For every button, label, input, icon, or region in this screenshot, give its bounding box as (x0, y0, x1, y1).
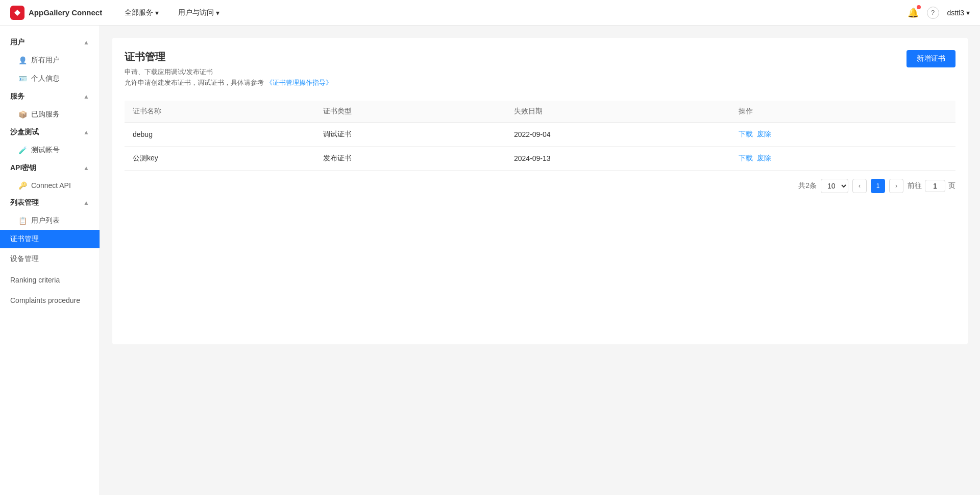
sidebar-section-list-management-label: 列表管理 (10, 198, 39, 207)
sidebar-item-cert-management[interactable]: 证书管理 (0, 230, 100, 248)
sidebar-item-personal-info-label: 个人信息 (31, 74, 60, 83)
sidebar-section-services-label: 服务 (10, 92, 24, 101)
new-cert-button[interactable]: 新增证书 (906, 50, 955, 67)
logo-icon (10, 6, 24, 20)
action-废除[interactable]: 废除 (757, 154, 771, 162)
cell-expire: 2022-09-04 (506, 122, 730, 146)
sidebar-item-all-users[interactable]: 👤 所有用户 (0, 51, 100, 69)
nav-all-services-arrow: ▾ (155, 9, 159, 17)
sidebar-section-users[interactable]: 用户 ▲ (0, 34, 100, 51)
cell-actions: 下载废除 (730, 146, 955, 170)
sidebar-item-test-account-label: 测试帐号 (31, 146, 60, 155)
cert-guide-link[interactable]: 《证书管理操作指导》 (266, 79, 332, 86)
pagination-page-1[interactable]: 1 (871, 179, 885, 193)
user-arrow: ▾ (966, 9, 970, 17)
sidebar-item-device-management[interactable]: 设备管理 (0, 248, 100, 270)
goto-prefix: 前往 (908, 181, 922, 191)
list-icon: 📋 (18, 217, 27, 225)
chevron-up-icon-2: ▲ (83, 93, 89, 100)
user-icon: 👤 (18, 56, 27, 64)
page-subtitle-text: 允许申请创建发布证书，调试证书，具体请参考 (125, 79, 264, 86)
sidebar-section-sandbox[interactable]: 沙盒测试 ▲ (0, 124, 100, 141)
page-header-text: 证书管理 申请、下载应用调试/发布证书 允许申请创建发布证书，调试证书，具体请参… (125, 50, 332, 88)
header-nav: 全部服务 ▾ 用户与访问 ▾ (122, 0, 907, 26)
notification-badge (917, 5, 921, 9)
chevron-up-icon-3: ▲ (83, 129, 89, 136)
sidebar-item-ranking-criteria[interactable]: Ranking criteria (0, 270, 100, 290)
pagination-prev[interactable]: ‹ (852, 179, 867, 193)
notification-bell[interactable]: 🔔 (908, 7, 919, 18)
user-dropdown[interactable]: dsttl3 ▾ (947, 9, 970, 17)
sidebar: 用户 ▲ 👤 所有用户 🪪 个人信息 服务 ▲ 📦 已购服务 沙盒测试 ▲ 🧪 … (0, 26, 100, 495)
chevron-up-icon-4: ▲ (83, 164, 89, 172)
page-subtitle-line2: 允许申请创建发布证书，调试证书，具体请参考 《证书管理操作指导》 (125, 78, 332, 88)
help-icon[interactable]: ? (927, 7, 939, 19)
nav-all-services[interactable]: 全部服务 ▾ (122, 0, 161, 26)
pagination: 共2条 10 20 50 ‹ 1 › 前往 页 (125, 171, 955, 201)
sidebar-section-list-management[interactable]: 列表管理 ▲ (0, 194, 100, 211)
cell-name: debug (125, 122, 315, 146)
header: AppGallery Connect 全部服务 ▾ 用户与访问 ▾ 🔔 ? ds… (0, 0, 980, 26)
sidebar-item-complaints-procedure-label: Complaints procedure (10, 296, 80, 304)
col-name: 证书名称 (125, 101, 315, 123)
chevron-up-icon: ▲ (83, 39, 89, 46)
sidebar-section-services[interactable]: 服务 ▲ (0, 88, 100, 105)
page-title: 证书管理 (125, 50, 332, 64)
col-actions: 操作 (730, 101, 955, 123)
pagination-page-size[interactable]: 10 20 50 (821, 179, 848, 193)
key-icon: 🔑 (18, 181, 27, 190)
action-废除[interactable]: 废除 (757, 130, 771, 138)
page-number: 1 (876, 182, 880, 190)
chevron-right-icon: › (895, 182, 897, 190)
goto-suffix: 页 (948, 181, 955, 191)
action-下载[interactable]: 下载 (739, 130, 753, 138)
logo-text: AppGallery Connect (29, 8, 102, 17)
col-type: 证书类型 (315, 101, 505, 123)
table-row: 公测key发布证书2024-09-13下载废除 (125, 146, 955, 170)
sidebar-item-purchased-services[interactable]: 📦 已购服务 (0, 105, 100, 124)
sidebar-section-api-keys[interactable]: API密钥 ▲ (0, 159, 100, 177)
sidebar-item-purchased-services-label: 已购服务 (31, 110, 60, 119)
page-subtitle: 申请、下载应用调试/发布证书 允许申请创建发布证书，调试证书，具体请参考 《证书… (125, 67, 332, 88)
sidebar-item-personal-info[interactable]: 🪪 个人信息 (0, 69, 100, 88)
table-row: debug调试证书2022-09-04下载废除 (125, 122, 955, 146)
nav-users-access-label: 用户与访问 (178, 8, 214, 17)
sidebar-item-user-list-label: 用户列表 (31, 216, 60, 225)
sidebar-item-test-account[interactable]: 🧪 测试帐号 (0, 141, 100, 159)
nav-users-access[interactable]: 用户与访问 ▾ (176, 0, 222, 26)
chevron-left-icon: ‹ (859, 182, 861, 190)
sidebar-item-connect-api[interactable]: 🔑 Connect API (0, 177, 100, 194)
pagination-total: 共2条 (798, 181, 817, 191)
action-下载[interactable]: 下载 (739, 154, 753, 162)
table-body: debug调试证书2022-09-04下载废除公测key发布证书2024-09-… (125, 122, 955, 170)
sidebar-item-device-management-label: 设备管理 (10, 254, 39, 263)
table-header: 证书名称 证书类型 失效日期 操作 (125, 101, 955, 123)
page-header: 证书管理 申请、下载应用调试/发布证书 允许申请创建发布证书，调试证书，具体请参… (125, 50, 955, 88)
goto-input[interactable] (925, 180, 945, 192)
layout: 用户 ▲ 👤 所有用户 🪪 个人信息 服务 ▲ 📦 已购服务 沙盒测试 ▲ 🧪 … (0, 26, 980, 495)
chevron-up-icon-5: ▲ (83, 199, 89, 206)
sidebar-item-ranking-criteria-label: Ranking criteria (10, 276, 60, 284)
box-icon: 📦 (18, 110, 27, 119)
page-subtitle-line1: 申请、下载应用调试/发布证书 (125, 67, 332, 78)
pagination-goto: 前往 页 (908, 180, 955, 192)
pagination-next[interactable]: › (889, 179, 903, 193)
cell-expire: 2024-09-13 (506, 146, 730, 170)
nav-users-access-arrow: ▾ (216, 9, 219, 17)
sidebar-item-all-users-label: 所有用户 (31, 56, 60, 65)
sidebar-section-sandbox-label: 沙盒测试 (10, 128, 39, 137)
main-content: 证书管理 申请、下载应用调试/发布证书 允许申请创建发布证书，调试证书，具体请参… (100, 26, 980, 495)
col-expire: 失效日期 (506, 101, 730, 123)
sidebar-section-users-label: 用户 (10, 38, 24, 47)
sidebar-section-api-keys-label: API密钥 (10, 163, 36, 173)
id-card-icon: 🪪 (18, 75, 27, 83)
test-icon: 🧪 (18, 146, 27, 154)
cell-actions: 下载废除 (730, 122, 955, 146)
logo[interactable]: AppGallery Connect (10, 6, 102, 20)
content-card: 证书管理 申请、下载应用调试/发布证书 允许申请创建发布证书，调试证书，具体请参… (112, 38, 968, 344)
sidebar-item-user-list[interactable]: 📋 用户列表 (0, 211, 100, 230)
sidebar-item-cert-management-label: 证书管理 (10, 234, 39, 244)
nav-all-services-label: 全部服务 (125, 8, 153, 17)
sidebar-item-complaints-procedure[interactable]: Complaints procedure (0, 290, 100, 311)
cell-type: 调试证书 (315, 122, 505, 146)
